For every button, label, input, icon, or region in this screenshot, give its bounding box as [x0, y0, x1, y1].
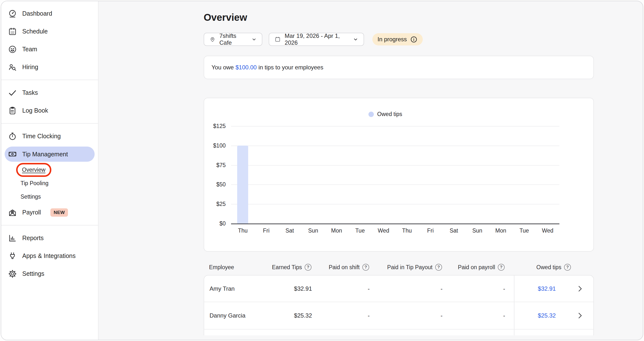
plug-icon: [8, 251, 17, 261]
gridline: [231, 184, 560, 185]
x-axis-tick: Sun: [302, 227, 325, 234]
location-dropdown-value: 7shifts Cafe: [219, 32, 246, 46]
help-icon[interactable]: [305, 264, 312, 271]
sidebar-item-tasks[interactable]: Tasks: [5, 84, 94, 102]
calendar-icon: [274, 36, 281, 43]
sidebar-subitem-label: Overview: [22, 167, 46, 173]
status-badge[interactable]: In progress: [372, 33, 423, 45]
earned-tips-value: $32.91: [259, 276, 316, 302]
owed-tips-banner: You owe $100.00 in tips to your employee…: [204, 56, 594, 79]
y-axis-tick: $125: [204, 123, 226, 129]
chart-legend[interactable]: Owed tips: [191, 111, 580, 117]
legend-dot: [368, 112, 374, 117]
clipboard-icon: [8, 106, 17, 115]
table-row[interactable]: [204, 330, 594, 336]
help-icon[interactable]: [362, 264, 369, 271]
x-axis-tick: Sun: [466, 227, 489, 234]
sidebar-item-dashboard[interactable]: Dashboard: [5, 5, 94, 22]
sidebar-item-hiring[interactable]: Hiring: [5, 58, 94, 76]
sidebar-item-label: Log Book: [22, 107, 48, 114]
x-axis-tick: Wed: [372, 227, 395, 234]
sidebar-item-time-clocking[interactable]: Time Clocking: [5, 127, 94, 145]
sidebar-subitem-label: Tip Pooling: [20, 180, 48, 187]
sidebar-item-label: Tip Management: [22, 151, 68, 158]
sidebar-item-apps-integrations[interactable]: Apps & Integrations: [5, 247, 94, 265]
paid-in-tip-payout-value: -: [373, 276, 446, 302]
column-header-paid-on-payroll: Paid on payroll: [446, 264, 514, 271]
status-badge-label: In progress: [378, 36, 407, 43]
sidebar-subitem-overview[interactable]: Overview: [5, 163, 94, 177]
help-icon[interactable]: [498, 264, 505, 271]
checkmark-icon: [8, 88, 17, 97]
help-icon[interactable]: [435, 264, 442, 271]
x-axis-tick: Tue: [348, 227, 372, 234]
table-row[interactable]: Danny Garcia $25.32 - - - $25.32: [204, 302, 594, 330]
x-axis-tick: Fri: [418, 227, 442, 234]
employee-name: Danny Garcia: [204, 302, 259, 329]
paid-on-shift-value: -: [316, 302, 373, 329]
x-axis-tick: Mon: [325, 227, 348, 234]
sidebar-subitem-label: Settings: [20, 193, 41, 200]
location-dropdown[interactable]: 7shifts Cafe: [204, 33, 262, 46]
x-axis-tick: Thu: [395, 227, 418, 234]
y-axis-tick: $50: [204, 181, 226, 188]
sidebar-subitem-tip-pooling[interactable]: Tip Pooling: [5, 177, 94, 190]
sidebar-item-label: Schedule: [22, 28, 48, 35]
legend-label: Owed tips: [377, 111, 402, 117]
payroll-envelope-icon: [8, 208, 17, 217]
chart-x-labels: ThuFriSatSunMonTueWedThuFriSatSunMonTueW…: [231, 227, 560, 234]
column-header-owed-tips: Owed tips: [514, 264, 594, 271]
sidebar-item-payroll[interactable]: Payroll NEW: [5, 204, 94, 221]
chart-bar: [237, 146, 248, 224]
help-icon[interactable]: [564, 264, 571, 271]
gridline: [231, 126, 560, 126]
column-header-employee: Employee: [204, 264, 259, 271]
owed-tips-value: $32.91: [514, 285, 576, 292]
employee-tips-table: Amy Tran $32.91 - - - $32.91 Danny Garci…: [204, 275, 594, 336]
person-search-icon: [8, 62, 17, 72]
gridline: [231, 204, 560, 204]
date-range-value: Mar 19, 2026 - Apr 1, 2026: [284, 32, 348, 46]
sidebar-item-label: Settings: [22, 270, 44, 277]
sidebar-item-schedule[interactable]: Schedule: [5, 22, 94, 40]
dashboard-icon: [8, 9, 17, 18]
chevron-down-icon: [353, 37, 358, 42]
paid-on-shift-value: -: [316, 276, 373, 302]
sidebar-item-tip-management[interactable]: Tip Management: [5, 147, 94, 162]
y-axis-tick: $25: [204, 201, 226, 207]
sidebar-item-label: Dashboard: [22, 10, 52, 17]
y-axis-tick: $100: [204, 142, 226, 149]
owed-tips-chart-card: Owed tips $125$100$75$50$25$0 ThuFriSatS…: [204, 98, 594, 252]
table-header: Employee Earned Tips Paid on shift Paid …: [204, 263, 594, 272]
sidebar-item-label: Time Clocking: [22, 133, 61, 140]
chevron-right-icon: [576, 285, 584, 293]
banner-prefix: You owe: [212, 64, 234, 71]
owed-tips-cell[interactable]: $25.32: [514, 302, 594, 329]
table-row[interactable]: Amy Tran $32.91 - - - $32.91: [204, 276, 594, 302]
sidebar-item-reports[interactable]: Reports: [5, 229, 94, 247]
sidebar-item-label: Reports: [22, 235, 44, 242]
employee-name: Amy Tran: [204, 276, 259, 302]
date-range-dropdown[interactable]: Mar 19, 2026 - Apr 1, 2026: [269, 33, 364, 46]
bar-chart-icon: [8, 234, 17, 243]
app-window: Dashboard Schedule Team Hiring Tasks: [1, 1, 643, 340]
info-icon[interactable]: [410, 36, 418, 43]
sidebar-item-log-book[interactable]: Log Book: [5, 102, 94, 119]
filter-bar: 7shifts Cafe Mar 19, 2026 - Apr 1, 2026 …: [204, 33, 594, 46]
calendar-icon: [8, 27, 17, 36]
sidebar-divider: [1, 80, 98, 80]
gear-icon: [8, 269, 17, 279]
column-header-paid-on-shift: Paid on shift: [315, 264, 372, 271]
banner-amount[interactable]: $100.00: [236, 64, 257, 71]
sidebar-subitem-settings[interactable]: Settings: [5, 190, 94, 204]
x-axis-tick: Fri: [254, 227, 278, 234]
owed-tips-cell[interactable]: $32.91: [514, 276, 594, 302]
sidebar: Dashboard Schedule Team Hiring Tasks: [1, 1, 98, 340]
x-axis-tick: Sat: [278, 227, 302, 234]
sidebar-item-settings[interactable]: Settings: [5, 265, 94, 283]
y-axis-tick: $75: [204, 162, 226, 169]
sidebar-item-label: Tasks: [22, 89, 38, 96]
banner-suffix: in tips to your employees: [258, 64, 323, 71]
chevron-right-icon: [576, 312, 584, 320]
sidebar-item-team[interactable]: Team: [5, 40, 94, 58]
